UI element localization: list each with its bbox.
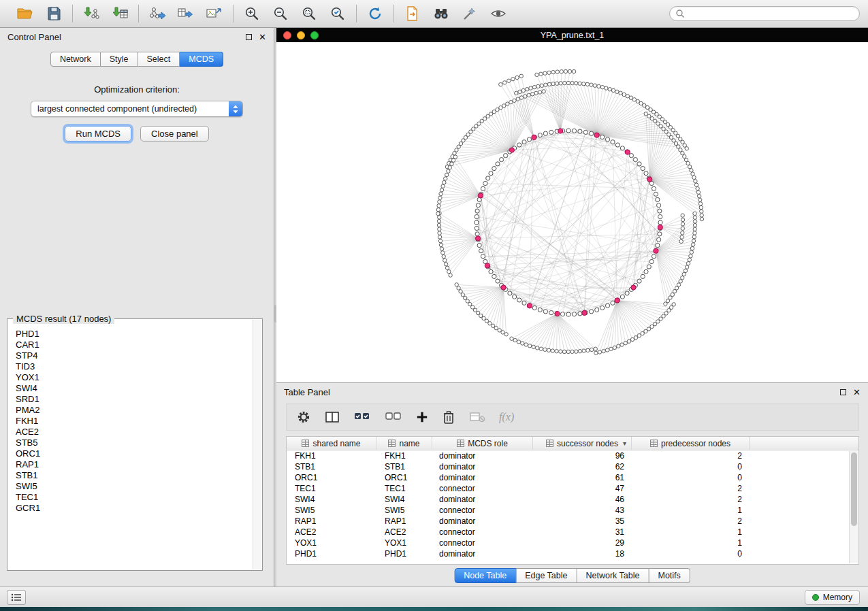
network-leaf-node[interactable] <box>461 293 464 297</box>
network-leaf-node[interactable] <box>692 176 696 179</box>
network-leaf-node[interactable] <box>555 350 558 353</box>
refresh-view-button[interactable] <box>364 3 386 24</box>
network-leaf-node[interactable] <box>443 259 447 262</box>
network-ring-node[interactable] <box>496 279 500 283</box>
tab-style[interactable]: Style <box>101 52 138 67</box>
network-leaf-node[interactable] <box>575 350 578 353</box>
network-leaf-node[interactable] <box>593 84 596 87</box>
network-leaf-node[interactable] <box>689 254 692 258</box>
network-ring-node[interactable] <box>527 137 531 142</box>
network-hub-node[interactable] <box>631 285 636 290</box>
network-leaf-node[interactable] <box>515 76 519 79</box>
network-leaf-node[interactable] <box>524 343 528 346</box>
network-leaf-node[interactable] <box>485 319 488 323</box>
network-leaf-node[interactable] <box>438 235 442 239</box>
network-leaf-node[interactable] <box>693 231 696 235</box>
network-leaf-node[interactable] <box>519 74 523 78</box>
network-hub-node[interactable] <box>555 311 560 316</box>
network-leaf-node[interactable] <box>502 104 506 108</box>
run-mcds-button[interactable]: Run MCDS <box>65 126 131 142</box>
network-leaf-node[interactable] <box>442 254 445 258</box>
tab-network-table[interactable]: Network Table <box>577 568 649 583</box>
zoom-fit-button[interactable] <box>298 3 320 24</box>
network-leaf-node[interactable] <box>637 334 641 337</box>
network-leaf-node[interactable] <box>608 88 611 91</box>
network-leaf-node[interactable] <box>570 81 574 84</box>
network-leaf-node[interactable] <box>613 346 616 349</box>
network-leaf-node[interactable] <box>590 83 593 86</box>
find-button[interactable] <box>430 3 452 24</box>
network-leaf-node[interactable] <box>677 283 680 286</box>
network-ring-node[interactable] <box>492 274 496 278</box>
network-leaf-node[interactable] <box>681 151 684 154</box>
network-leaf-node[interactable] <box>437 204 440 208</box>
table-row[interactable]: SWI4SWI4dominator462 <box>287 494 858 505</box>
network-ring-node[interactable] <box>481 254 485 259</box>
network-leaf-node[interactable] <box>501 331 504 334</box>
table-scrollbar[interactable] <box>849 451 858 563</box>
network-leaf-node[interactable] <box>578 350 581 353</box>
network-leaf-node[interactable] <box>586 348 590 352</box>
network-ring-node[interactable] <box>566 312 570 316</box>
network-leaf-node[interactable] <box>498 329 501 332</box>
network-leaf-node[interactable] <box>700 214 703 217</box>
zoom-out-button[interactable] <box>270 3 291 24</box>
close-window-button[interactable] <box>283 31 291 39</box>
network-leaf-node[interactable] <box>693 212 696 215</box>
network-leaf-node[interactable] <box>539 347 543 350</box>
network-ring-node[interactable] <box>517 298 521 302</box>
network-leaf-node[interactable] <box>693 223 696 227</box>
network-leaf-node[interactable] <box>444 177 447 180</box>
network-hub-node[interactable] <box>658 225 662 230</box>
save-session-button[interactable] <box>43 3 65 24</box>
network-leaf-node[interactable] <box>679 280 682 283</box>
network-leaf-node[interactable] <box>664 302 667 306</box>
network-leaf-node[interactable] <box>450 162 453 165</box>
network-leaf-node[interactable] <box>684 158 688 161</box>
network-ring-node[interactable] <box>483 181 487 185</box>
network-ring-node[interactable] <box>637 279 641 283</box>
network-leaf-node[interactable] <box>547 82 551 86</box>
network-ring-node[interactable] <box>538 133 542 137</box>
network-ring-node[interactable] <box>595 308 599 312</box>
network-hub-node[interactable] <box>558 129 563 133</box>
network-ring-node[interactable] <box>658 214 662 218</box>
mcds-result-node[interactable]: PMA2 <box>16 405 252 416</box>
network-leaf-node[interactable] <box>685 265 688 269</box>
network-ring-node[interactable] <box>522 140 526 144</box>
column-header-successor-nodes[interactable]: successor nodes ▾ <box>533 437 632 450</box>
network-leaf-node[interactable] <box>605 86 608 90</box>
network-ring-node[interactable] <box>658 209 662 213</box>
table-row[interactable]: TEC1TEC1connector472 <box>287 483 858 494</box>
maximize-window-button[interactable] <box>310 31 319 39</box>
network-leaf-node[interactable] <box>697 195 701 198</box>
panel-menu-button[interactable] <box>7 590 26 605</box>
network-leaf-node[interactable] <box>630 337 634 341</box>
network-leaf-node[interactable] <box>439 243 443 246</box>
network-ring-node[interactable] <box>644 269 648 274</box>
network-ring-node[interactable] <box>508 291 512 295</box>
network-leaf-node[interactable] <box>543 71 547 75</box>
network-leaf-node[interactable] <box>688 258 691 261</box>
zoom-selected-button[interactable] <box>327 3 349 24</box>
network-leaf-node[interactable] <box>686 262 690 265</box>
network-leaf-node[interactable] <box>445 173 449 176</box>
network-hub-node[interactable] <box>625 150 630 154</box>
add-column-button[interactable] <box>416 411 428 423</box>
network-leaf-node[interactable] <box>609 347 613 350</box>
network-ring-node[interactable] <box>657 203 661 208</box>
network-hub-node[interactable] <box>654 248 658 253</box>
network-leaf-node[interactable] <box>516 97 519 101</box>
network-leaf-node[interactable] <box>494 327 498 330</box>
network-leaf-node[interactable] <box>690 246 694 250</box>
table-row[interactable]: YOX1YOX1connector291 <box>287 538 858 548</box>
network-leaf-node[interactable] <box>499 83 502 86</box>
network-leaf-node[interactable] <box>564 69 567 73</box>
network-leaf-node[interactable] <box>594 347 597 350</box>
network-ring-node[interactable] <box>637 162 641 166</box>
network-hub-node[interactable] <box>647 177 652 182</box>
network-leaf-node[interactable] <box>464 296 467 299</box>
network-ring-node[interactable] <box>532 306 536 310</box>
network-ring-node[interactable] <box>641 274 645 278</box>
network-leaf-node[interactable] <box>679 240 683 243</box>
